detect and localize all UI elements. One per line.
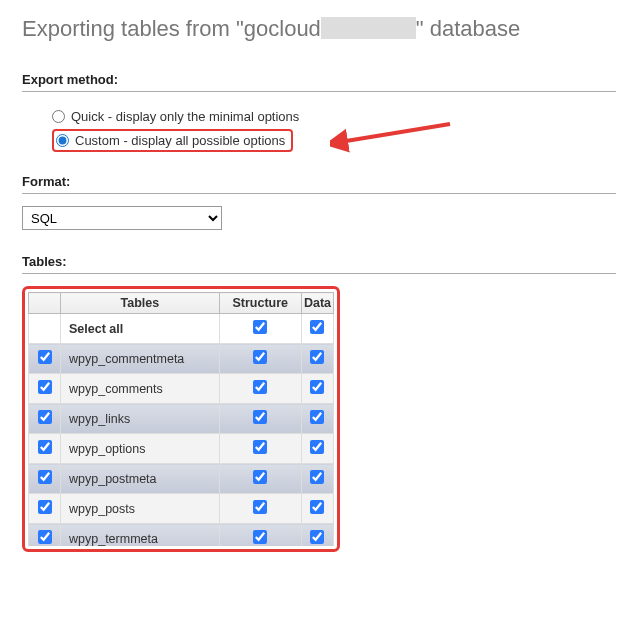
row-data-checkbox[interactable] xyxy=(310,350,324,364)
table-row: wpyp_postmeta xyxy=(29,464,334,494)
select-all-data-checkbox[interactable] xyxy=(310,320,324,334)
export-method-label: Export method: xyxy=(22,72,616,92)
format-select[interactable]: SQL xyxy=(22,206,222,230)
row-select-cell xyxy=(29,524,61,547)
select-all-structure-checkbox[interactable] xyxy=(253,320,267,334)
table-name-cell[interactable]: wpyp_posts xyxy=(61,494,220,524)
row-data-checkbox[interactable] xyxy=(310,440,324,454)
table-row: wpyp_comments xyxy=(29,374,334,404)
row-data-cell xyxy=(301,344,333,374)
row-data-cell xyxy=(301,524,333,547)
row-select-checkbox[interactable] xyxy=(38,470,52,484)
radio-custom[interactable] xyxy=(56,134,69,147)
row-structure-cell xyxy=(219,464,301,494)
radio-quick[interactable] xyxy=(52,110,65,123)
title-prefix: Exporting tables from "gocloud xyxy=(22,16,321,41)
row-data-cell xyxy=(301,404,333,434)
table-row: wpyp_commentmeta xyxy=(29,344,334,374)
row-data-cell xyxy=(301,494,333,524)
row-select-cell xyxy=(29,494,61,524)
row-select-checkbox[interactable] xyxy=(38,500,52,514)
row-select-checkbox[interactable] xyxy=(38,380,52,394)
th-lead xyxy=(29,293,61,314)
row-data-cell xyxy=(301,464,333,494)
table-row-select-all: Select all xyxy=(29,314,334,344)
table-name-cell[interactable]: wpyp_termmeta xyxy=(61,524,220,547)
select-all-label[interactable]: Select all xyxy=(61,314,220,344)
row-data-checkbox[interactable] xyxy=(310,380,324,394)
row-structure-cell xyxy=(219,404,301,434)
row-structure-checkbox[interactable] xyxy=(253,410,267,424)
row-structure-cell xyxy=(219,344,301,374)
table-name-cell[interactable]: wpyp_links xyxy=(61,404,220,434)
tables-label: Tables: xyxy=(22,254,616,274)
tables-highlight-box: Tables Structure Data Select allwpyp_com… xyxy=(22,286,340,552)
table-name-cell[interactable]: wpyp_commentmeta xyxy=(61,344,220,374)
row-data-checkbox[interactable] xyxy=(310,530,324,544)
row-select-cell xyxy=(29,434,61,464)
tables-scroll[interactable]: Tables Structure Data Select allwpyp_com… xyxy=(28,292,334,546)
row-select-checkbox[interactable] xyxy=(38,440,52,454)
row-select-checkbox[interactable] xyxy=(38,530,52,544)
select-all-lead-cell xyxy=(29,314,61,344)
row-structure-cell xyxy=(219,524,301,547)
table-name-cell[interactable]: wpyp_comments xyxy=(61,374,220,404)
format-label: Format: xyxy=(22,174,616,194)
row-structure-checkbox[interactable] xyxy=(253,440,267,454)
tables-table: Tables Structure Data Select allwpyp_com… xyxy=(28,292,334,546)
th-data: Data xyxy=(301,293,333,314)
table-row: wpyp_posts xyxy=(29,494,334,524)
row-structure-checkbox[interactable] xyxy=(253,530,267,544)
select-all-structure-cell xyxy=(219,314,301,344)
row-select-cell xyxy=(29,374,61,404)
row-select-cell xyxy=(29,404,61,434)
th-tables: Tables xyxy=(61,293,220,314)
row-select-checkbox[interactable] xyxy=(38,350,52,364)
redacted-db-name xyxy=(321,17,416,39)
row-select-checkbox[interactable] xyxy=(38,410,52,424)
row-structure-cell xyxy=(219,494,301,524)
row-structure-cell xyxy=(219,374,301,404)
th-structure: Structure xyxy=(219,293,301,314)
title-suffix: " database xyxy=(416,16,520,41)
table-name-cell[interactable]: wpyp_postmeta xyxy=(61,464,220,494)
row-select-cell xyxy=(29,344,61,374)
row-structure-checkbox[interactable] xyxy=(253,350,267,364)
select-all-data-cell xyxy=(301,314,333,344)
custom-highlight-box: Custom - display all possible options xyxy=(52,129,293,152)
row-structure-checkbox[interactable] xyxy=(253,380,267,394)
row-data-checkbox[interactable] xyxy=(310,500,324,514)
row-structure-checkbox[interactable] xyxy=(253,500,267,514)
radio-quick-label: Quick - display only the minimal options xyxy=(71,109,299,124)
table-name-cell[interactable]: wpyp_options xyxy=(61,434,220,464)
row-data-cell xyxy=(301,374,333,404)
table-row: wpyp_termmeta xyxy=(29,524,334,547)
row-structure-cell xyxy=(219,434,301,464)
export-method-group: Quick - display only the minimal options… xyxy=(22,104,616,152)
radio-custom-label: Custom - display all possible options xyxy=(75,133,285,148)
row-data-checkbox[interactable] xyxy=(310,470,324,484)
page-title: Exporting tables from "gocloud" database xyxy=(22,16,616,42)
row-data-cell xyxy=(301,434,333,464)
row-structure-checkbox[interactable] xyxy=(253,470,267,484)
table-row: wpyp_links xyxy=(29,404,334,434)
row-data-checkbox[interactable] xyxy=(310,410,324,424)
table-row: wpyp_options xyxy=(29,434,334,464)
row-select-cell xyxy=(29,464,61,494)
